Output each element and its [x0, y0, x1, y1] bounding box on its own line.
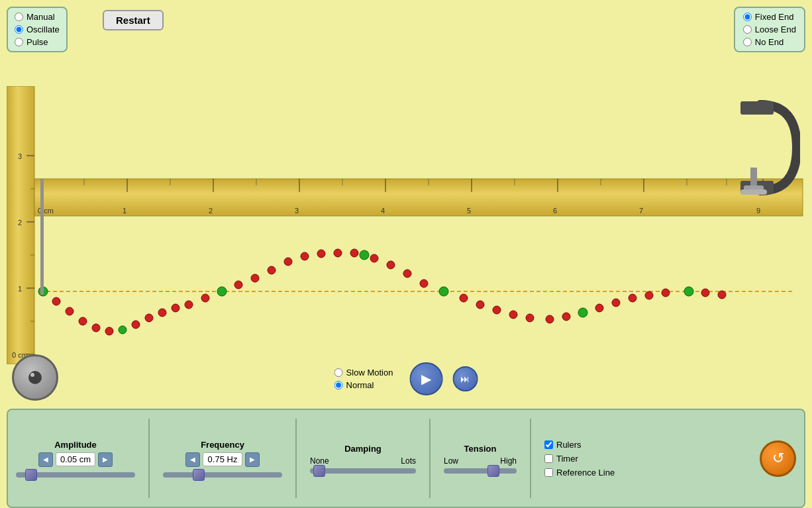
frequency-increase-button[interactable]: ▶ [245, 452, 260, 467]
mode-oscillate-label: Oscillate [26, 25, 60, 34]
svg-rect-85 [40, 179, 44, 295]
divider-3 [429, 419, 431, 498]
svg-point-59 [301, 252, 309, 260]
svg-point-63 [360, 250, 369, 260]
svg-point-53 [201, 294, 209, 302]
tension-high-label: High [500, 456, 517, 466]
tension-low-label: Low [444, 456, 458, 466]
rulers-checkbox-label[interactable]: Rulers [544, 440, 615, 450]
speed-slow[interactable]: Slow Motion [334, 368, 393, 378]
end-fixed[interactable]: Fixed End [743, 12, 796, 22]
svg-point-64 [370, 254, 378, 262]
svg-text:0 cm: 0 cm [38, 207, 54, 215]
divider-2 [295, 419, 297, 498]
frequency-thumb[interactable] [193, 469, 205, 481]
svg-point-81 [662, 289, 670, 297]
svg-point-67 [420, 279, 428, 287]
end-no-label: No End [755, 37, 784, 47]
end-fixed-radio[interactable] [743, 13, 752, 21]
amplitude-decrease-button[interactable]: ◀ [38, 452, 53, 467]
mode-manual-label: Manual [26, 12, 55, 22]
amplitude-label: Amplitude [54, 440, 97, 450]
end-no[interactable]: No End [743, 37, 796, 47]
svg-text:9: 9 [756, 207, 760, 215]
svg-point-46 [105, 327, 113, 335]
mode-oscillate[interactable]: Oscillate [15, 25, 60, 34]
damping-lots-label: Lots [401, 456, 416, 466]
damping-track[interactable] [310, 468, 416, 474]
svg-point-74 [546, 315, 554, 323]
oscillator-disk [12, 354, 58, 401]
mode-pulse-radio[interactable] [15, 38, 23, 46]
controls-area: Amplitude ◀ 0.05 cm ▶ Frequency ◀ 0.75 H… [7, 409, 805, 508]
svg-text:1: 1 [123, 207, 127, 215]
svg-point-57 [268, 266, 276, 274]
svg-text:2: 2 [209, 207, 213, 215]
divider-1 [148, 419, 150, 498]
end-loose-radio[interactable] [743, 25, 752, 34]
restart-button[interactable]: Restart [103, 10, 164, 30]
amplitude-control: Amplitude ◀ 0.05 cm ▶ [16, 440, 135, 478]
svg-point-68 [439, 287, 448, 296]
damping-thumb[interactable] [313, 465, 325, 477]
timer-checkbox[interactable] [544, 454, 553, 463]
mode-manual[interactable]: Manual [15, 12, 60, 22]
svg-point-50 [158, 309, 166, 317]
svg-point-51 [172, 304, 179, 312]
reference-line-checkbox[interactable] [544, 468, 553, 477]
svg-text:3: 3 [18, 152, 22, 160]
speed-slow-radio[interactable] [334, 368, 343, 377]
svg-point-80 [645, 291, 653, 299]
mode-pulse[interactable]: Pulse [15, 37, 60, 47]
svg-text:4: 4 [381, 207, 385, 215]
svg-point-48 [132, 321, 140, 329]
tension-control: Tension Low High [444, 444, 517, 474]
checkbox-group: Rulers Timer Reference Line [544, 440, 615, 478]
svg-point-79 [629, 294, 636, 302]
rulers-checkbox[interactable] [544, 440, 553, 449]
speed-normal[interactable]: Normal [334, 380, 393, 390]
svg-point-43 [66, 307, 74, 315]
frequency-label: Frequency [201, 440, 244, 450]
reference-line-checkbox-label[interactable]: Reference Line [544, 468, 615, 478]
svg-point-52 [185, 301, 193, 309]
svg-point-60 [317, 250, 325, 258]
tension-thumb[interactable] [487, 465, 499, 477]
svg-point-82 [684, 287, 693, 296]
end-loose[interactable]: Loose End [743, 25, 796, 34]
svg-point-71 [493, 306, 501, 314]
end-fixed-label: Fixed End [755, 12, 794, 22]
frequency-decrease-button[interactable]: ◀ [185, 452, 200, 467]
mode-oscillate-radio[interactable] [15, 25, 23, 34]
damping-labels: None Lots [310, 456, 416, 466]
reference-line-label: Reference Line [556, 468, 615, 478]
oscillator-dot [30, 373, 34, 377]
speed-normal-label: Normal [346, 380, 374, 390]
svg-point-83 [701, 289, 709, 297]
end-no-radio[interactable] [743, 38, 752, 46]
svg-point-49 [145, 314, 153, 322]
svg-point-78 [612, 299, 620, 307]
speed-options: Slow Motion Normal [334, 368, 393, 390]
play-button[interactable]: ▶ [409, 362, 442, 395]
amplitude-value: 0.05 cm [56, 452, 95, 466]
svg-text:7: 7 [639, 207, 643, 215]
frequency-track[interactable] [163, 472, 282, 478]
clamp [740, 98, 800, 197]
timer-checkbox-label[interactable]: Timer [544, 454, 615, 464]
reset-button[interactable]: ↺ [760, 440, 796, 477]
amplitude-track[interactable] [16, 472, 135, 478]
svg-point-58 [284, 258, 292, 266]
amplitude-increase-button[interactable]: ▶ [98, 452, 113, 467]
svg-point-73 [526, 314, 534, 322]
mode-manual-radio[interactable] [15, 13, 23, 21]
amplitude-thumb[interactable] [25, 469, 37, 481]
svg-text:3: 3 [295, 207, 299, 215]
tension-track[interactable] [444, 468, 517, 474]
step-button[interactable]: ⏭ [452, 366, 478, 391]
mode-selector: Manual Oscillate Pulse [7, 7, 68, 52]
end-loose-label: Loose End [755, 25, 796, 34]
svg-point-72 [509, 311, 517, 319]
speed-normal-radio[interactable] [334, 381, 343, 389]
svg-point-61 [334, 249, 342, 257]
